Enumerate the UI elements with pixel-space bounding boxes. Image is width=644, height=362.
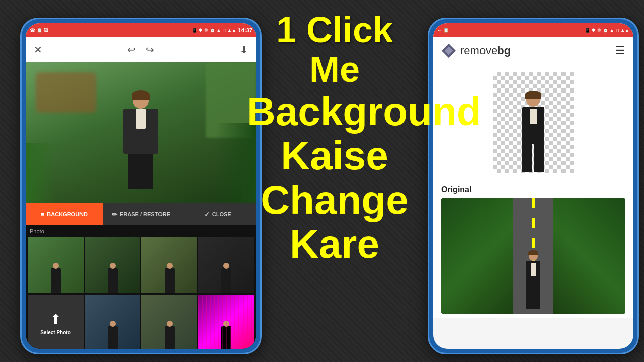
center-overlay-text: 1 Click Me Background Kaise Change Kare <box>247 10 423 266</box>
select-photo-button[interactable]: ⬆ Select Photo <box>28 295 84 349</box>
headline-line1: 1 Click <box>247 10 423 50</box>
original-person-figure <box>526 252 540 309</box>
pencil-icon: ✏ <box>112 211 117 218</box>
status-bar-right: ←📋 📱✱⑩⏰▲H▲▲ <box>433 23 633 37</box>
headline-line3: Background <box>247 89 423 134</box>
headline-line5: Change <box>247 178 423 222</box>
thumbnail-5[interactable] <box>85 295 140 349</box>
tab-background[interactable]: ≡ BACKGROUND <box>26 203 103 225</box>
tab-bar: ≡ BACKGROUND ✏ ERASE / RESTORE ✓ CLOSE <box>26 203 256 225</box>
status-bar-left: ☎📋🖼 📱✱⑩⏰▲H▲▲ 14:37 <box>26 23 256 37</box>
left-status-right-icons: 📱✱⑩⏰▲H▲▲ 14:37 <box>192 27 252 33</box>
left-phone: ☎📋🖼 📱✱⑩⏰▲H▲▲ 14:37 ✕ ↩ ↪ ⬇ <box>20 18 262 354</box>
thumbnail-1[interactable] <box>28 237 84 293</box>
app-toolbar: ✕ ↩ ↪ ⬇ <box>26 37 256 62</box>
right-status-right-icons: 📱✱⑩⏰▲H▲▲ <box>585 28 629 33</box>
toolbar-actions: ↩ ↪ <box>127 44 154 56</box>
headline-line4: Kaise <box>247 134 423 178</box>
thumbnail-7[interactable] <box>198 295 254 349</box>
removebg-header: removebg ☰ <box>433 37 633 64</box>
original-section: Original <box>433 181 633 318</box>
select-photo-label: Select Photo <box>40 330 71 335</box>
thumbnail-section: Photo ⬆ Select Photo <box>26 225 256 349</box>
person-figure-main <box>116 93 166 203</box>
right-status-left-icons: ←📋 <box>437 28 449 33</box>
original-label: Original <box>441 185 625 194</box>
thumbnail-grid-row1 <box>27 236 255 294</box>
right-phone: ←📋 📱✱⑩⏰▲H▲▲ removebg ☰ <box>428 18 639 354</box>
left-status-icons: ☎📋🖼 <box>30 28 48 33</box>
hamburger-menu-button[interactable]: ☰ <box>615 44 625 57</box>
headline-line2: Me <box>247 50 423 89</box>
redo-button[interactable]: ↪ <box>146 44 154 56</box>
removebg-logo: removebg <box>441 43 511 58</box>
layers-icon: ≡ <box>41 211 45 218</box>
thumbnail-3[interactable] <box>141 237 197 293</box>
headline-line6: Kare <box>247 222 423 266</box>
person-cutout <box>516 93 551 173</box>
logo-icon <box>441 43 456 58</box>
thumbnail-2[interactable] <box>85 237 140 293</box>
thumbnail-4[interactable] <box>198 237 254 293</box>
thumbnail-6[interactable] <box>141 295 197 349</box>
logo-text: removebg <box>460 44 511 57</box>
original-image <box>441 198 625 314</box>
close-button[interactable]: ✕ <box>34 44 42 56</box>
undo-button[interactable]: ↩ <box>127 44 136 56</box>
photo-label: Photo <box>27 226 255 236</box>
transparent-background-preview <box>493 72 574 173</box>
check-icon: ✓ <box>204 211 210 218</box>
upload-icon: ⬆ <box>50 311 61 328</box>
tab-close[interactable]: ✓ CLOSE <box>179 203 256 225</box>
thumbnail-grid-row2: ⬆ Select Photo <box>27 294 255 349</box>
main-image-area <box>26 62 256 203</box>
tab-erase-restore[interactable]: ✏ ERASE / RESTORE <box>103 203 180 225</box>
